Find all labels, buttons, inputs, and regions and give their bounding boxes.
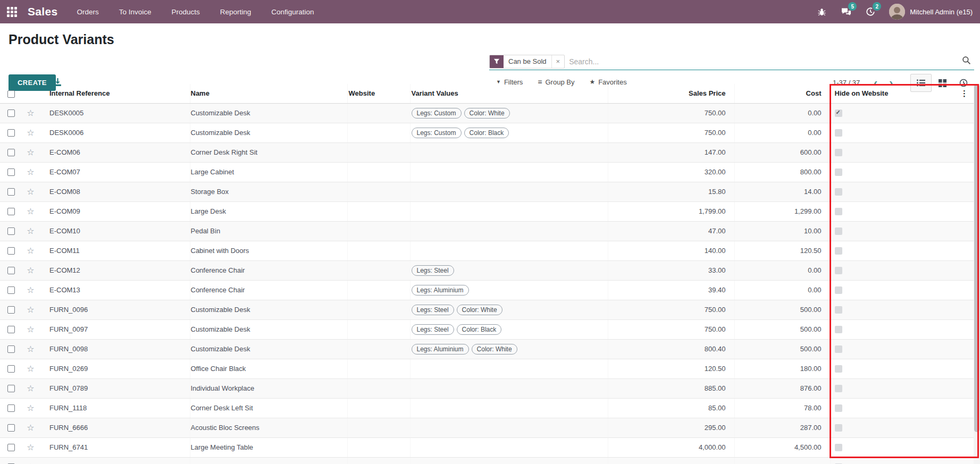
row-checkbox[interactable]: [7, 424, 15, 432]
variant-values-cell[interactable]: [410, 201, 608, 221]
table-row[interactable]: ☆FURN_0098Customizable DeskLegs: Alumini…: [0, 339, 980, 359]
menu-to-invoice[interactable]: To Invoice: [119, 8, 152, 16]
hide-on-website-checkbox[interactable]: [835, 168, 842, 176]
menu-products[interactable]: Products: [171, 8, 199, 16]
favorite-star-icon[interactable]: ☆: [27, 305, 34, 314]
website-cell[interactable]: [347, 378, 410, 398]
favorite-star-icon[interactable]: ☆: [27, 108, 34, 117]
name-cell[interactable]: Acoustic Bloc Screens: [190, 418, 347, 437]
apps-menu-button[interactable]: [0, 0, 23, 23]
variant-values-cell[interactable]: Legs: SteelColor: Black: [410, 319, 608, 339]
row-checkbox[interactable]: [7, 267, 15, 274]
select-all-checkbox[interactable]: [7, 90, 15, 98]
sales-price-cell[interactable]: 4,000.00: [608, 437, 734, 457]
row-checkbox[interactable]: [7, 129, 15, 137]
row-checkbox[interactable]: [7, 444, 15, 451]
variant-values-cell[interactable]: Legs: Aluminium: [410, 280, 608, 300]
name-cell[interactable]: Large Cabinet: [190, 162, 347, 182]
variant-values-cell[interactable]: [410, 182, 608, 201]
hide-on-website-checkbox[interactable]: [835, 365, 842, 373]
cost-cell[interactable]: 1,299.00: [734, 201, 830, 221]
name-cell[interactable]: Customizable Desk: [190, 319, 347, 339]
search-icon[interactable]: [962, 56, 971, 67]
table-row[interactable]: ☆E-COM06Corner Desk Right Sit147.00600.0…: [0, 142, 980, 162]
internal-reference-cell[interactable]: FURN_0097: [40, 319, 190, 339]
row-checkbox[interactable]: [7, 227, 15, 235]
favorite-star-icon[interactable]: ☆: [27, 246, 34, 255]
cost-cell[interactable]: 287.00: [734, 418, 830, 437]
row-checkbox[interactable]: [7, 326, 15, 333]
name-cell[interactable]: Corner Desk Left Sit: [190, 398, 347, 418]
website-cell[interactable]: [347, 241, 410, 260]
header-sales-price[interactable]: Sales Price: [608, 84, 734, 103]
sales-price-cell[interactable]: 147.00: [608, 142, 734, 162]
website-cell[interactable]: [347, 418, 410, 437]
table-row[interactable]: ☆E-COM10Pedal Bin47.0010.00: [0, 221, 980, 241]
website-cell[interactable]: [347, 359, 410, 378]
favorite-star-icon[interactable]: ☆: [27, 443, 34, 452]
internal-reference-cell[interactable]: E-COM10: [40, 221, 190, 241]
table-row[interactable]: ☆E-COM11Cabinet with Doors140.00120.50: [0, 241, 980, 260]
messages-icon[interactable]: 5: [840, 6, 852, 18]
optional-columns-kebab-icon[interactable]: ⋮: [960, 89, 968, 98]
variant-values-cell[interactable]: Legs: AluminiumColor: White: [410, 339, 608, 359]
row-checkbox[interactable]: [7, 247, 15, 255]
hide-on-website-checkbox[interactable]: [835, 444, 842, 451]
sales-price-cell[interactable]: 120.50: [608, 359, 734, 378]
favorite-star-icon[interactable]: ☆: [27, 423, 34, 432]
variant-values-cell[interactable]: [410, 437, 608, 457]
website-cell[interactable]: [347, 280, 410, 300]
sales-price-cell[interactable]: 320.00: [608, 162, 734, 182]
name-cell[interactable]: Pedal Bin: [190, 221, 347, 241]
header-internal-reference[interactable]: Internal Reference: [40, 84, 190, 103]
internal-reference-cell[interactable]: E-COM07: [40, 162, 190, 182]
name-cell[interactable]: Storage Box: [190, 182, 347, 201]
activities-clock-icon[interactable]: 2: [865, 6, 876, 18]
sales-price-cell[interactable]: 750.00: [608, 123, 734, 142]
website-cell[interactable]: [347, 162, 410, 182]
name-cell[interactable]: Office Chair: [190, 457, 347, 464]
sales-price-cell[interactable]: 295.00: [608, 418, 734, 437]
sales-price-cell[interactable]: 39.40: [608, 280, 734, 300]
hide-on-website-checkbox[interactable]: [835, 267, 842, 274]
internal-reference-cell[interactable]: FURN_6741: [40, 437, 190, 457]
website-cell[interactable]: [347, 319, 410, 339]
header-cost[interactable]: Cost: [734, 84, 830, 103]
name-cell[interactable]: Customizable Desk: [190, 339, 347, 359]
table-row[interactable]: ☆FURN_0097Customizable DeskLegs: SteelCo…: [0, 319, 980, 339]
website-cell[interactable]: [347, 260, 410, 280]
row-checkbox[interactable]: [7, 149, 15, 156]
row-checkbox[interactable]: [7, 345, 15, 353]
internal-reference-cell[interactable]: FURN_1118: [40, 398, 190, 418]
header-variant-values[interactable]: Variant Values: [410, 84, 608, 103]
row-checkbox[interactable]: [7, 109, 15, 117]
hide-on-website-checkbox[interactable]: [835, 188, 842, 196]
internal-reference-cell[interactable]: DESK0006: [40, 123, 190, 142]
name-cell[interactable]: Large Meeting Table: [190, 437, 347, 457]
variant-values-cell[interactable]: [410, 221, 608, 241]
website-cell[interactable]: [347, 123, 410, 142]
variant-values-cell[interactable]: Legs: SteelColor: White: [410, 300, 608, 319]
variant-values-cell[interactable]: [410, 359, 608, 378]
remove-facet-icon[interactable]: ×: [551, 55, 565, 68]
row-checkbox[interactable]: [7, 188, 15, 196]
header-website[interactable]: Website: [347, 84, 410, 103]
hide-on-website-checkbox[interactable]: [835, 109, 842, 117]
variant-values-cell[interactable]: [410, 241, 608, 260]
variant-values-cell[interactable]: [410, 418, 608, 437]
table-row[interactable]: ☆FURN_0789Individual Workplace885.00876.…: [0, 378, 980, 398]
hide-on-website-checkbox[interactable]: [835, 129, 842, 137]
hide-on-website-checkbox[interactable]: [835, 385, 842, 392]
sales-price-cell[interactable]: 70.00: [608, 457, 734, 464]
name-cell[interactable]: Customizable Desk: [190, 103, 347, 123]
user-menu[interactable]: Mitchell Admin (e15): [889, 4, 973, 20]
website-cell[interactable]: [347, 300, 410, 319]
table-row[interactable]: ☆FURN_6741Large Meeting Table4,000.004,5…: [0, 437, 980, 457]
website-cell[interactable]: [347, 182, 410, 201]
table-row[interactable]: ☆E-COM12Conference ChairLegs: Steel33.00…: [0, 260, 980, 280]
row-checkbox[interactable]: [7, 306, 15, 314]
cost-cell[interactable]: 120.50: [734, 241, 830, 260]
internal-reference-cell[interactable]: E-COM12: [40, 260, 190, 280]
name-cell[interactable]: Corner Desk Right Sit: [190, 142, 347, 162]
table-row[interactable]: ☆FURN_7777Office Chair70.0055.00: [0, 457, 980, 464]
